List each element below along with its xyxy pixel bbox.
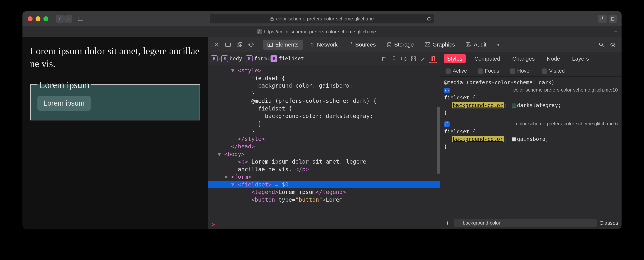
dom-node[interactable]: ▼ <style> <box>208 67 440 74</box>
dom-node[interactable]: ancillae ne vis. </p> <box>208 166 440 173</box>
tab-elements-label: Elements <box>275 42 298 48</box>
svg-point-18 <box>387 42 391 44</box>
dom-node[interactable]: <legend>Lorem ipsum</legend> <box>208 188 440 196</box>
styles-tab-layers[interactable]: Layers <box>569 54 592 63</box>
tab-storage[interactable]: Storage <box>382 40 418 50</box>
styles-tab-computed[interactable]: Computed <box>471 54 504 63</box>
dom-node[interactable]: } <box>208 127 440 135</box>
styles-tab-node[interactable]: Node <box>543 54 564 63</box>
svg-rect-2 <box>271 18 273 21</box>
checkbox-icon[interactable] <box>446 68 451 74</box>
devtools-body: E › Ebody › Eform › Efieldset <box>208 52 622 229</box>
traffic-lights <box>28 16 48 21</box>
svg-rect-0 <box>78 17 83 21</box>
print-icon[interactable] <box>390 55 398 63</box>
pseudo-hover[interactable]: Hover <box>510 68 531 74</box>
browser-tab[interactable]: C https://color-scheme-prefers-color-sch… <box>22 26 610 37</box>
nav-buttons <box>56 15 72 23</box>
css-rules[interactable]: @media (prefers-color-scheme: dark){}col… <box>440 77 622 217</box>
dom-node[interactable]: ▼ <fieldset> = $0 <box>208 181 440 189</box>
crumb-form[interactable]: Eform <box>246 55 266 62</box>
tab-graphics[interactable]: Graphics <box>420 40 460 50</box>
css-rule[interactable]: {}color-scheme-prefers-color-scheme.glit… <box>444 120 618 151</box>
share-button[interactable] <box>598 15 606 23</box>
page-button[interactable]: Lorem ipsum <box>38 96 90 111</box>
minimize-window-button[interactable] <box>36 16 40 21</box>
checkbox-icon[interactable] <box>542 68 547 74</box>
rule-source-icon[interactable]: {} <box>444 121 450 127</box>
styles-filter-input[interactable]: background-color <box>454 219 597 227</box>
color-swatch[interactable] <box>512 103 516 108</box>
pseudo-visited[interactable]: Visited <box>542 68 565 74</box>
tabs-overflow[interactable]: » <box>493 40 503 50</box>
crumb-fieldset[interactable]: Efieldset <box>270 55 304 62</box>
search-button[interactable] <box>596 40 606 50</box>
inspect-element-button[interactable] <box>246 40 256 50</box>
new-rule-button[interactable]: + <box>444 219 451 227</box>
close-window-button[interactable] <box>28 16 32 21</box>
source-link[interactable]: color-scheme-prefers-color-scheme.glitch… <box>516 120 618 127</box>
crumb-body[interactable]: Ebody <box>221 55 242 62</box>
sources-icon <box>348 42 353 47</box>
dock-bottom-icon[interactable] <box>223 40 233 50</box>
dom-node[interactable]: @media (prefers-color-scheme: dark) { <box>208 97 440 105</box>
back-button[interactable] <box>56 15 64 23</box>
pseudo-active[interactable]: Active <box>446 68 467 74</box>
classes-toggle[interactable]: Classes <box>600 220 618 226</box>
dom-node[interactable]: <button type="button">Lorem <box>208 196 440 204</box>
tab-elements[interactable]: Elements <box>263 40 303 50</box>
reload-button[interactable] <box>426 16 431 21</box>
dom-node[interactable]: background-color: gainsboro; <box>208 82 440 90</box>
url-bar[interactable]: color-scheme-prefers-color-scheme.glitch… <box>210 14 434 24</box>
tab-network[interactable]: Network <box>305 40 342 50</box>
styles-tab-styles[interactable]: Styles <box>444 54 466 63</box>
dom-node[interactable]: } <box>208 120 440 128</box>
graphics-icon <box>424 42 430 47</box>
pseudo-focus[interactable]: Focus <box>478 68 499 74</box>
color-swatch[interactable] <box>512 137 516 142</box>
tabs-overview-button[interactable] <box>609 15 617 23</box>
dom-breadcrumb: E › Ebody › Eform › Efieldset <box>208 52 440 65</box>
checkbox-icon[interactable] <box>478 68 483 74</box>
device-icon[interactable] <box>400 55 408 63</box>
dom-node[interactable]: background-color: darkslategray; <box>208 112 440 120</box>
audit-icon <box>466 42 472 47</box>
close-devtools-button[interactable] <box>212 40 221 50</box>
tab-audit[interactable]: Audit <box>461 40 491 50</box>
zoom-window-button[interactable] <box>44 16 48 21</box>
forward-button[interactable] <box>64 15 72 23</box>
crumb-root[interactable]: E <box>211 55 218 62</box>
layout-tool-icon[interactable] <box>380 55 388 63</box>
styles-tab-changes[interactable]: Changes <box>509 54 538 63</box>
dom-node[interactable]: ▼ <body> <box>208 151 440 158</box>
dom-node[interactable]: </style> <box>208 135 440 143</box>
settings-button[interactable] <box>608 40 618 50</box>
tab-sources[interactable]: Sources <box>344 40 380 50</box>
scrollbar-thumb[interactable] <box>437 106 440 174</box>
dom-node[interactable]: fieldset { <box>208 105 440 112</box>
paint-icon[interactable] <box>419 55 428 63</box>
dock-popout-icon[interactable] <box>235 40 244 50</box>
checkbox-icon[interactable] <box>510 68 516 74</box>
dom-node[interactable]: <p> Lorem ipsum dolor sit amet, legere <box>208 158 440 166</box>
dom-node[interactable]: } <box>208 90 440 97</box>
grid-icon[interactable] <box>410 55 418 63</box>
svg-rect-38 <box>412 57 413 58</box>
svg-line-29 <box>611 43 612 44</box>
svg-rect-41 <box>414 59 416 61</box>
svg-rect-4 <box>611 18 614 21</box>
rule-source-icon[interactable]: {} <box>444 88 450 93</box>
source-link[interactable]: color-scheme-prefers-color-scheme.glitch… <box>513 86 618 94</box>
console-strip[interactable]: > <box>208 220 440 229</box>
compositing-icon[interactable] <box>429 55 437 63</box>
dom-tree[interactable]: ▼ <style> fieldset { background-color: g… <box>208 65 440 220</box>
console-prompt-icon: > <box>212 221 215 228</box>
tab-bar: C https://color-scheme-prefers-color-sch… <box>22 26 622 37</box>
dom-node[interactable]: fieldset { <box>208 74 440 82</box>
dom-node[interactable]: ▼ <form> <box>208 173 440 181</box>
css-rule[interactable]: @media (prefers-color-scheme: dark){}col… <box>444 79 618 117</box>
main-area: Lorem ipsum dolor sit amet, legere ancil… <box>22 37 622 229</box>
dom-node[interactable]: </head> <box>208 143 440 151</box>
sidebar-toggle-button[interactable] <box>77 15 84 23</box>
new-tab-button[interactable]: + <box>610 26 622 37</box>
